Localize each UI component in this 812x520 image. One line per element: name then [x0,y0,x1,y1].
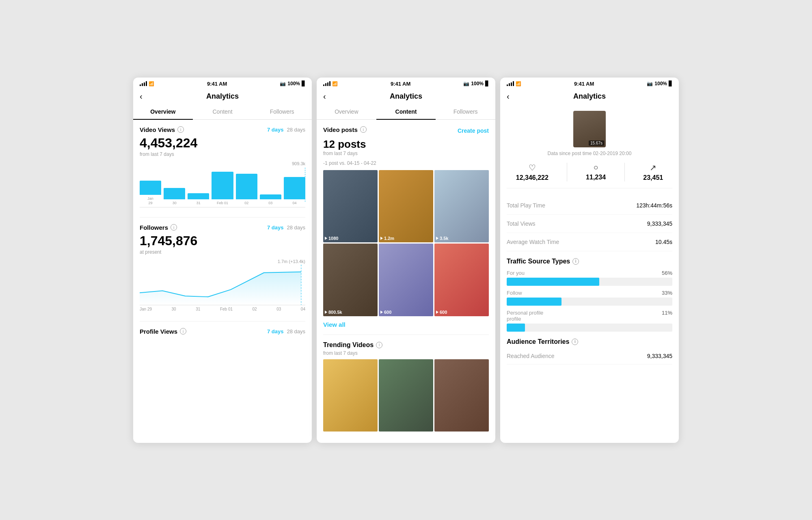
tab-followers-2[interactable]: Followers [436,104,495,120]
view-all-button[interactable]: View all [323,321,489,328]
line-label-5: 02 [253,307,257,311]
followers-chart: 1.7m (+13.4k) [140,259,305,311]
divider-2 [140,321,305,321]
tab-followers-1[interactable]: Followers [252,104,312,120]
traffic-for-you-label: For you [507,270,525,276]
audience-info-icon[interactable]: i [572,339,578,345]
video-posts-header: Video posts i [323,126,367,133]
video-views-info-icon[interactable]: i [177,126,184,133]
video-thumb-4[interactable]: 800.5k [323,244,378,316]
profile-views-info-icon[interactable]: i [180,328,186,334]
bar2-2 [325,83,326,86]
back-button-1[interactable]: ‹ [140,92,143,101]
bar-fill-2 [164,188,185,199]
profile-period-7[interactable]: 7 days [267,328,283,334]
bar-fill-4 [212,172,233,199]
header-3: ‹ Analytics [500,88,679,104]
total-play-time-label: Total Play Time [507,202,545,209]
heart-icon: ♡ [516,163,549,173]
battery-icon-3: ▊ [669,81,672,86]
audience-title-text: Audience Territories [507,338,569,345]
bar-fill-6 [260,194,281,199]
traffic-info-icon[interactable]: i [572,258,579,265]
video-thumb-2[interactable]: 1.2m [379,170,433,243]
play-icon-1 [325,237,327,240]
video-thumb-5[interactable]: 600 [379,244,433,316]
wifi-icon-2: 📶 [332,81,338,86]
time-3: 9:41 AM [574,81,594,87]
video-views-title-row: Video Views i [140,126,184,133]
bar-max-label: 909.3k [140,161,305,166]
divider-content-1 [323,334,489,335]
followers-periods: 7 days 28 days [267,224,305,231]
bar4-3 [513,81,514,86]
bar1-2 [323,84,324,86]
battery-pct-2: 100% [471,81,484,86]
tab-overview-2[interactable]: Overview [317,104,376,120]
trending-thumb-1[interactable] [323,359,378,432]
video-posts-title: Video posts [323,126,358,133]
back-button-2[interactable]: ‹ [323,92,326,101]
bar-label-4: Feb 01 [217,201,228,205]
followers-info-icon[interactable]: i [171,224,177,231]
signal-bars-3 [507,81,514,86]
page-title-3: Analytics [573,92,606,101]
back-button-3[interactable]: ‹ [507,92,510,101]
video-count-2: 1.2m [380,236,394,241]
battery-icon-1: ▊ [302,81,305,86]
reached-audience-row: Reached Audience 9,333,345 [507,348,672,365]
video-posts-sublabel2: -1 post vs. 04-15 - 04-22 [323,160,489,166]
bar-02: 02 [236,174,257,205]
traffic-follow-pct: 33% [662,290,672,296]
tab-content-2[interactable]: Content [376,104,436,120]
followers-period-7[interactable]: 7 days [267,224,283,231]
bar-fill-3 [188,193,209,199]
tab-overview-1[interactable]: Overview [133,104,193,120]
wifi-icon-3: 📶 [516,81,521,86]
period-28-days-1[interactable]: 28 days [287,127,305,133]
video-thumb-6[interactable]: 600 [434,244,489,316]
header-2: ‹ Analytics [317,88,495,104]
video-posts-info-icon[interactable]: i [360,126,367,133]
header-1: ‹ Analytics [133,88,312,104]
post-thumbnail[interactable]: 15.67s [573,111,606,147]
video-thumb-1[interactable]: 1080 [323,170,378,243]
trending-thumb-3[interactable] [434,359,489,432]
time-1: 9:41 AM [207,81,227,87]
profile-period-28[interactable]: 28 days [287,328,305,334]
screens-container: 📶 9:41 AM 📷 100% ▊ ‹ Analytics Overview … [133,78,679,443]
video-posts-count: 12 posts [323,138,489,151]
bar3-3 [511,82,512,86]
traffic-follow-bar-fill [507,298,561,306]
video-grid: 1080 1.2m 3.5k [323,170,489,316]
bar2-3 [509,83,510,86]
bar-label-1: Jan29 [147,196,153,205]
wifi-icon-1: 📶 [149,81,154,86]
bar1-3 [507,84,508,86]
profile-views-title-row: Profile Views i [140,328,186,335]
bar-chart: Jan29 30 31 Feb 01 [140,167,305,207]
comments-stat: ○ 11,234 [586,163,606,181]
status-bar-1: 📶 9:41 AM 📷 100% ▊ [133,78,312,88]
video-posts-sublabel: from last 7 days [323,151,489,156]
video-posts-section-header: Video posts i Create post [323,126,489,136]
traffic-follow: Follow 33% [507,290,672,306]
tab-content-1[interactable]: Content [193,104,253,120]
video-thumb-3[interactable]: 3.5k [434,170,489,243]
traffic-title: Traffic Source Types i [507,258,672,265]
status-right-2: 📷 100% ▊ [463,81,489,86]
trending-grid [323,359,489,432]
trending-thumb-2[interactable] [379,359,433,432]
traffic-follow-bar-bg [507,298,672,306]
trending-info-icon[interactable]: i [376,342,382,348]
status-left-3: 📶 [507,81,521,86]
period-7-days-1[interactable]: 7 days [267,127,283,133]
bar1 [140,84,141,86]
bar-label-5: 02 [244,201,248,205]
comments-value: 11,234 [586,174,606,181]
traffic-section: Traffic Source Types i For you 56% Follo… [507,258,672,332]
create-post-button[interactable]: Create post [458,127,489,134]
traffic-title-text: Traffic Source Types [507,258,570,265]
followers-period-28[interactable]: 28 days [287,224,305,231]
time-2: 9:41 AM [391,81,410,87]
